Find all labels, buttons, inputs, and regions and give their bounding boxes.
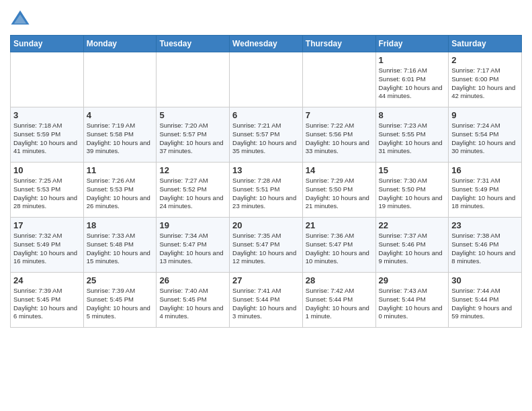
- calendar-cell: 19Sunrise: 7:34 AM Sunset: 5:47 PM Dayli…: [157, 218, 230, 273]
- calendar-cell: 11Sunrise: 7:26 AM Sunset: 5:53 PM Dayli…: [83, 163, 157, 218]
- day-number: 10: [13, 165, 81, 175]
- calendar-cell: 16Sunrise: 7:31 AM Sunset: 5:49 PM Dayli…: [449, 163, 522, 218]
- day-number: 14: [306, 165, 373, 175]
- day-info: Sunrise: 7:19 AM Sunset: 5:58 PM Dayligh…: [87, 122, 154, 156]
- day-number: 30: [451, 275, 519, 285]
- day-number: 6: [232, 110, 300, 120]
- day-number: 25: [87, 275, 154, 285]
- calendar-cell: 17Sunrise: 7:32 AM Sunset: 5:49 PM Dayli…: [11, 218, 84, 273]
- calendar-cell: 18Sunrise: 7:33 AM Sunset: 5:48 PM Dayli…: [83, 218, 157, 273]
- day-number: 29: [379, 275, 446, 285]
- day-info: Sunrise: 7:18 AM Sunset: 5:59 PM Dayligh…: [13, 122, 81, 156]
- calendar-cell: 12Sunrise: 7:27 AM Sunset: 5:52 PM Dayli…: [157, 163, 230, 218]
- calendar-header: SundayMondayTuesdayWednesdayThursdayFrid…: [11, 36, 522, 52]
- day-info: Sunrise: 7:17 AM Sunset: 6:00 PM Dayligh…: [451, 66, 519, 101]
- calendar-week-row: 1Sunrise: 7:16 AM Sunset: 6:01 PM Daylig…: [11, 52, 522, 107]
- day-info: Sunrise: 7:16 AM Sunset: 6:01 PM Dayligh…: [379, 66, 446, 101]
- day-info: Sunrise: 7:23 AM Sunset: 5:55 PM Dayligh…: [379, 122, 446, 156]
- calendar-cell: 28Sunrise: 7:42 AM Sunset: 5:44 PM Dayli…: [302, 273, 375, 328]
- day-number: 23: [451, 220, 519, 230]
- calendar-cell: 13Sunrise: 7:28 AM Sunset: 5:51 PM Dayli…: [230, 163, 303, 218]
- day-number: 16: [451, 165, 519, 175]
- calendar-cell: [157, 52, 230, 107]
- day-info: Sunrise: 7:31 AM Sunset: 5:49 PM Dayligh…: [451, 177, 519, 211]
- day-number: 27: [232, 275, 300, 285]
- calendar-cell: [302, 52, 375, 107]
- weekday-header: Thursday: [302, 36, 375, 52]
- day-number: 15: [379, 165, 446, 175]
- weekday-header: Wednesday: [230, 36, 303, 52]
- logo-icon: [10, 9, 30, 30]
- day-info: Sunrise: 7:35 AM Sunset: 5:47 PM Dayligh…: [232, 232, 300, 266]
- weekday-header: Saturday: [449, 36, 522, 52]
- calendar-cell: 29Sunrise: 7:43 AM Sunset: 5:44 PM Dayli…: [375, 273, 449, 328]
- day-info: Sunrise: 7:39 AM Sunset: 5:45 PM Dayligh…: [87, 287, 154, 321]
- calendar-week-row: 17Sunrise: 7:32 AM Sunset: 5:49 PM Dayli…: [11, 218, 522, 273]
- day-number: 19: [159, 220, 226, 230]
- calendar-cell: 22Sunrise: 7:37 AM Sunset: 5:46 PM Dayli…: [375, 218, 449, 273]
- day-info: Sunrise: 7:21 AM Sunset: 5:57 PM Dayligh…: [232, 122, 300, 156]
- day-info: Sunrise: 7:37 AM Sunset: 5:46 PM Dayligh…: [379, 232, 446, 266]
- day-info: Sunrise: 7:33 AM Sunset: 5:48 PM Dayligh…: [87, 232, 154, 266]
- day-info: Sunrise: 7:41 AM Sunset: 5:44 PM Dayligh…: [232, 287, 300, 321]
- calendar-cell: 21Sunrise: 7:36 AM Sunset: 5:47 PM Dayli…: [302, 218, 375, 273]
- calendar-cell: 9Sunrise: 7:24 AM Sunset: 5:54 PM Daylig…: [449, 107, 522, 163]
- day-number: 22: [379, 220, 446, 230]
- calendar-table: SundayMondayTuesdayWednesdayThursdayFrid…: [10, 35, 522, 328]
- day-number: 9: [451, 110, 519, 120]
- calendar-body: 1Sunrise: 7:16 AM Sunset: 6:01 PM Daylig…: [11, 52, 522, 328]
- day-number: 3: [13, 110, 81, 120]
- day-info: Sunrise: 7:42 AM Sunset: 5:44 PM Dayligh…: [306, 287, 373, 321]
- day-info: Sunrise: 7:40 AM Sunset: 5:45 PM Dayligh…: [159, 287, 226, 321]
- day-number: 12: [159, 165, 226, 175]
- calendar-cell: 6Sunrise: 7:21 AM Sunset: 5:57 PM Daylig…: [230, 107, 303, 163]
- calendar-cell: 30Sunrise: 7:44 AM Sunset: 5:44 PM Dayli…: [449, 273, 522, 328]
- header: [10, 7, 522, 30]
- calendar-cell: 24Sunrise: 7:39 AM Sunset: 5:45 PM Dayli…: [11, 273, 84, 328]
- calendar-cell: [11, 52, 84, 107]
- calendar-cell: 2Sunrise: 7:17 AM Sunset: 6:00 PM Daylig…: [449, 52, 522, 107]
- calendar-cell: [83, 52, 157, 107]
- calendar-cell: 7Sunrise: 7:22 AM Sunset: 5:56 PM Daylig…: [302, 107, 375, 163]
- day-info: Sunrise: 7:30 AM Sunset: 5:50 PM Dayligh…: [379, 177, 446, 211]
- day-number: 13: [232, 165, 300, 175]
- day-info: Sunrise: 7:36 AM Sunset: 5:47 PM Dayligh…: [306, 232, 373, 266]
- calendar-cell: 5Sunrise: 7:20 AM Sunset: 5:57 PM Daylig…: [157, 107, 230, 163]
- day-number: 2: [451, 55, 519, 65]
- logo: [10, 9, 32, 30]
- day-info: Sunrise: 7:29 AM Sunset: 5:50 PM Dayligh…: [306, 177, 373, 211]
- day-number: 17: [13, 220, 81, 230]
- day-info: Sunrise: 7:22 AM Sunset: 5:56 PM Dayligh…: [306, 122, 373, 156]
- day-number: 7: [306, 110, 373, 120]
- day-number: 18: [87, 220, 154, 230]
- day-number: 28: [306, 275, 373, 285]
- weekday-header: Friday: [375, 36, 449, 52]
- calendar-cell: 25Sunrise: 7:39 AM Sunset: 5:45 PM Dayli…: [83, 273, 157, 328]
- weekday-row: SundayMondayTuesdayWednesdayThursdayFrid…: [11, 36, 522, 52]
- calendar-cell: 8Sunrise: 7:23 AM Sunset: 5:55 PM Daylig…: [375, 107, 449, 163]
- day-number: 20: [232, 220, 300, 230]
- calendar-cell: 27Sunrise: 7:41 AM Sunset: 5:44 PM Dayli…: [230, 273, 303, 328]
- calendar-cell: 20Sunrise: 7:35 AM Sunset: 5:47 PM Dayli…: [230, 218, 303, 273]
- day-info: Sunrise: 7:28 AM Sunset: 5:51 PM Dayligh…: [232, 177, 300, 211]
- calendar-container: SundayMondayTuesdayWednesdayThursdayFrid…: [0, 0, 532, 334]
- day-number: 8: [379, 110, 446, 120]
- calendar-cell: 23Sunrise: 7:38 AM Sunset: 5:46 PM Dayli…: [449, 218, 522, 273]
- day-number: 26: [159, 275, 226, 285]
- calendar-week-row: 10Sunrise: 7:25 AM Sunset: 5:53 PM Dayli…: [11, 163, 522, 218]
- day-number: 5: [159, 110, 226, 120]
- day-info: Sunrise: 7:27 AM Sunset: 5:52 PM Dayligh…: [159, 177, 226, 211]
- day-info: Sunrise: 7:44 AM Sunset: 5:44 PM Dayligh…: [451, 287, 519, 321]
- weekday-header: Tuesday: [157, 36, 230, 52]
- calendar-week-row: 24Sunrise: 7:39 AM Sunset: 5:45 PM Dayli…: [11, 273, 522, 328]
- day-info: Sunrise: 7:32 AM Sunset: 5:49 PM Dayligh…: [13, 232, 81, 266]
- calendar-cell: 15Sunrise: 7:30 AM Sunset: 5:50 PM Dayli…: [375, 163, 449, 218]
- day-number: 4: [87, 110, 154, 120]
- day-info: Sunrise: 7:38 AM Sunset: 5:46 PM Dayligh…: [451, 232, 519, 266]
- calendar-cell: 4Sunrise: 7:19 AM Sunset: 5:58 PM Daylig…: [83, 107, 157, 163]
- day-number: 24: [13, 275, 81, 285]
- calendar-week-row: 3Sunrise: 7:18 AM Sunset: 5:59 PM Daylig…: [11, 107, 522, 163]
- calendar-cell: [230, 52, 303, 107]
- weekday-header: Sunday: [11, 36, 84, 52]
- weekday-header: Monday: [83, 36, 157, 52]
